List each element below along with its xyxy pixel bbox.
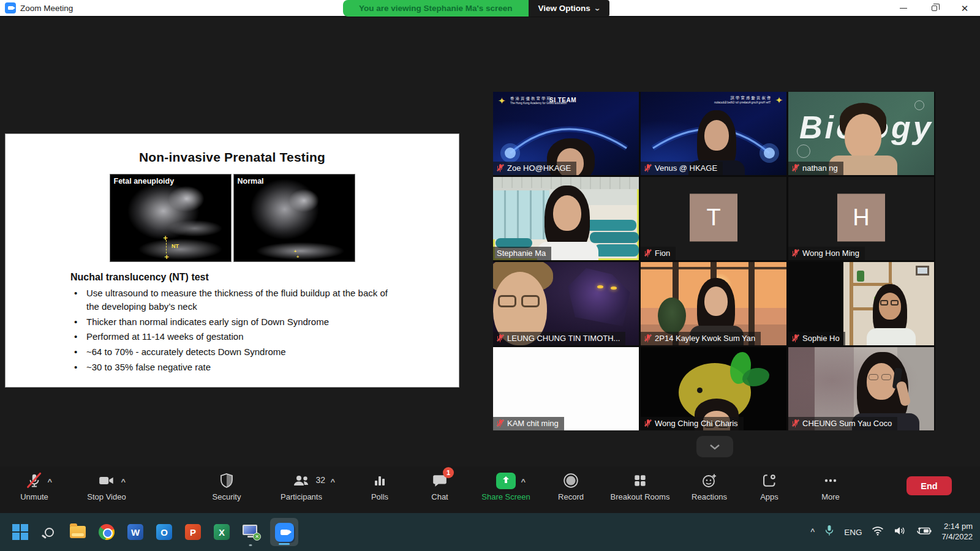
apps-button[interactable]: Apps	[737, 472, 801, 501]
video-tile-kayley[interactable]: 2P14 Kayley Kwok Sum Yan	[641, 262, 786, 345]
share-screen-icon	[496, 473, 516, 489]
collapse-gallery-button[interactable]	[696, 436, 733, 457]
reactions-button[interactable]: Reactions	[677, 472, 741, 501]
chat-button[interactable]: 1 Chat	[408, 472, 472, 501]
search-icon[interactable]	[40, 523, 58, 541]
video-tile-coco[interactable]: CHEUNG Sum Yau Coco	[788, 347, 934, 430]
unmute-button[interactable]: ^ Unmute	[2, 472, 66, 501]
chevron-down-icon	[709, 444, 720, 450]
close-button[interactable]: ✕	[949, 0, 980, 17]
si-team-text: SI TEAM	[549, 97, 576, 103]
mic-muted-icon	[792, 164, 799, 173]
windows-taskbar: W O P X ✕ ^ ENG	[0, 513, 980, 551]
participant-video-grid: ✦ 香港資優教育學苑 The Hong Kong Academy for Gif…	[493, 92, 935, 430]
share-screen-button[interactable]: ^ Share Screen	[474, 472, 538, 501]
glasses-icon	[880, 300, 888, 305]
mic-muted-icon	[644, 419, 651, 428]
record-icon	[563, 473, 579, 489]
record-button[interactable]: Record	[539, 472, 603, 501]
hkage-logo: ✦ 香港資優教育學苑 The Hong Kong Academy for Gif…	[714, 96, 783, 105]
apps-icon	[761, 473, 777, 489]
volume-icon[interactable]	[894, 526, 906, 538]
video-tile-fion[interactable]: T Fion	[641, 177, 786, 260]
mic-muted-icon	[644, 249, 651, 258]
outlook-icon[interactable]: O	[155, 523, 173, 541]
video-tile-leung[interactable]: LEUNG CHUNG TIN TIMOTH...	[493, 262, 639, 345]
participants-button[interactable]: 32 ^ Participants	[270, 472, 333, 501]
ultrasound-image-normal: Normal + +	[233, 174, 355, 262]
participant-name-bar: Zoe HO@HKAGE	[493, 162, 576, 175]
polls-bar-chart-icon	[372, 473, 387, 489]
stop-video-button[interactable]: ^ Stop Video	[75, 472, 138, 501]
more-button[interactable]: More	[799, 472, 862, 501]
ultrasound-label: Fetal aneuploidy	[114, 177, 175, 186]
tray-date: 7/4/2022	[941, 532, 973, 542]
video-tile-nathan[interactable]: Biology nathan ng	[788, 92, 934, 175]
excel-icon[interactable]: X	[213, 523, 231, 541]
end-meeting-button[interactable]: End	[907, 476, 952, 495]
wifi-icon[interactable]	[872, 526, 884, 538]
video-tile-wong-hon-ming[interactable]: H Wong Hon Ming	[788, 177, 934, 260]
video-tile-zoe[interactable]: ✦ 香港資優教育學苑 The Hong Kong Academy for Gif…	[493, 92, 639, 175]
restore-button[interactable]	[919, 0, 949, 17]
nt-marker-label: NT	[172, 243, 179, 249]
slide-bullet-list: Use ultrasound to measure the thickness …	[70, 287, 401, 374]
view-options-button[interactable]: View Options ⌄	[529, 0, 610, 17]
video-camera-icon	[97, 473, 116, 489]
breakout-rooms-button[interactable]: Breakout Rooms	[604, 472, 676, 501]
start-button[interactable]	[11, 523, 29, 541]
mic-muted-icon	[644, 334, 651, 343]
slide-bullet: Performed at 11-14 weeks of gestation	[70, 330, 401, 343]
participants-icon	[292, 473, 311, 489]
chevron-up-icon[interactable]: ^	[121, 477, 126, 486]
chevron-up-icon[interactable]: ^	[521, 477, 526, 486]
window-title: Zoom Meeting	[20, 4, 73, 13]
participant-name-bar: LEUNG CHUNG TIN TIMOTH...	[493, 332, 625, 345]
participant-name-bar: KAM chit ming	[493, 417, 564, 430]
participant-name-bar: 2P14 Kayley Kwok Sum Yan	[641, 332, 761, 345]
glasses-icon	[891, 300, 899, 305]
more-dots-icon	[822, 473, 839, 489]
video-tile-charis[interactable]: Wong Ching Chi Charis	[641, 347, 786, 430]
reactions-smiley-icon	[701, 473, 717, 489]
shield-icon	[219, 473, 234, 489]
polls-button[interactable]: Polls	[348, 472, 412, 501]
mic-muted-icon	[497, 334, 503, 343]
battery-charging-icon[interactable]	[916, 526, 932, 538]
video-tile-venus[interactable]: ✦ 香港資優教育學苑 The Hong Kong Academy for Gif…	[641, 92, 786, 175]
mic-muted-icon	[497, 164, 503, 173]
participant-name-bar: CHEUNG Sum Yau Coco	[788, 417, 897, 430]
chevron-down-icon: ⌄	[594, 5, 601, 12]
glasses-icon	[881, 374, 891, 380]
tray-microphone-icon[interactable]	[824, 525, 834, 539]
tray-chevron-up-icon[interactable]: ^	[811, 527, 815, 537]
video-tile-sophie[interactable]: Sophie Ho	[788, 262, 934, 345]
video-tile-stephanie-active-speaker[interactable]: Stephanie Ma	[493, 177, 639, 260]
letter-avatar: H	[837, 193, 885, 241]
video-tile-kam[interactable]: KAM chit ming	[493, 347, 639, 430]
chrome-icon[interactable]	[97, 523, 116, 541]
meeting-content: Non-invasive Prenatal Testing Fetal aneu…	[0, 17, 980, 467]
ultrasound-image-fetal-aneuploidy: Fetal aneuploidy + NT +	[110, 174, 232, 262]
language-indicator[interactable]: ENG	[844, 528, 862, 537]
security-button[interactable]: Security	[195, 472, 258, 501]
participant-name-bar: Wong Hon Ming	[788, 247, 865, 260]
taskbar-clock[interactable]: 2:14 pm 7/4/2022	[941, 522, 973, 542]
viewing-screen-banner: You are viewing Stephanie Ma's screen	[343, 0, 529, 17]
minimize-button[interactable]	[888, 0, 919, 17]
mic-muted-icon	[792, 249, 799, 258]
letter-avatar: T	[690, 193, 737, 241]
powerpoint-icon[interactable]: P	[184, 523, 202, 541]
chevron-up-icon[interactable]: ^	[47, 477, 52, 486]
word-icon[interactable]: W	[126, 523, 145, 541]
mic-muted-icon	[792, 334, 799, 343]
remote-desktop-icon[interactable]: ✕	[241, 523, 260, 541]
participant-name-bar: Venus @ HKAGE	[641, 162, 723, 175]
tray-time: 2:14 pm	[941, 522, 973, 532]
file-explorer-icon[interactable]	[69, 523, 87, 541]
mic-muted-icon	[644, 164, 651, 173]
chevron-up-icon[interactable]: ^	[330, 477, 335, 486]
zoom-taskbar-icon-active[interactable]	[270, 518, 298, 546]
ultrasound-label: Normal	[238, 177, 264, 186]
slide-bullet: Thicker than normal indicates early sign…	[70, 315, 401, 329]
